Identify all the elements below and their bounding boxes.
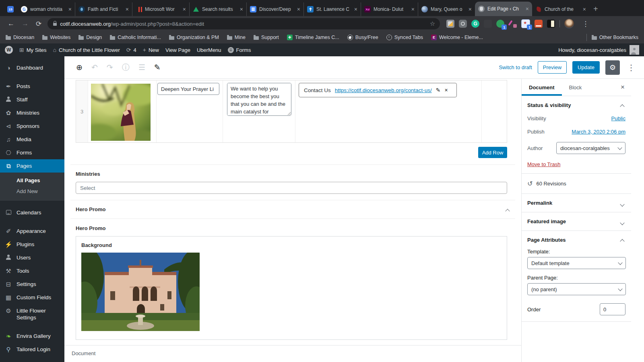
tab-st-lawrence[interactable]: St. Lawrence C × bbox=[303, 2, 361, 16]
bookmark-folder-organization-pm[interactable]: Organization & PM bbox=[169, 35, 219, 40]
sidebar-item-plugins[interactable]: ⚡Plugins bbox=[0, 238, 64, 251]
featured-image-panel[interactable]: Featured image bbox=[522, 212, 631, 231]
close-icon[interactable]: × bbox=[183, 6, 186, 12]
sidebar-item-envira-gallery[interactable]: ❧Envira Gallery bbox=[0, 329, 64, 343]
tab-church-of-the[interactable]: Church of the × bbox=[532, 2, 589, 16]
close-icon[interactable]: × bbox=[68, 6, 72, 12]
tab-microsoft-word[interactable]: Microsoft Wor × bbox=[132, 2, 189, 16]
collapse-chevron-icon[interactable] bbox=[506, 207, 509, 214]
close-icon[interactable]: × bbox=[469, 6, 472, 12]
tab-woman-christian[interactable]: woman christia × bbox=[18, 2, 75, 16]
grammarly-extension-icon[interactable] bbox=[471, 20, 479, 28]
parent-page-select[interactable]: (no parent) bbox=[527, 283, 626, 295]
remove-link-icon[interactable]: × bbox=[444, 87, 448, 93]
submenu-add-new[interactable]: Add New bbox=[0, 186, 64, 197]
block-inserter-icon[interactable]: ⊕ bbox=[72, 63, 87, 72]
switch-to-draft-link[interactable]: Switch to draft bbox=[499, 64, 532, 70]
orange-extension-icon[interactable] bbox=[535, 20, 543, 28]
chevron-up-icon[interactable] bbox=[621, 103, 624, 109]
chevron-up-icon[interactable] bbox=[621, 238, 624, 244]
author-select[interactable]: diocesan-coralgables bbox=[556, 142, 625, 154]
panel-title[interactable]: Page Attributes bbox=[527, 237, 625, 243]
bookmark-folder-design[interactable]: Design bbox=[78, 35, 102, 40]
close-icon[interactable]: × bbox=[297, 6, 300, 12]
new-tab-button[interactable]: + bbox=[589, 4, 604, 16]
sidebar-item-ministries[interactable]: ✿Ministries bbox=[0, 106, 64, 119]
howdy-account-menu[interactable]: Howdy, diocesan-coralgables bbox=[558, 47, 626, 53]
tab-block[interactable]: Block bbox=[562, 79, 589, 96]
other-bookmarks[interactable]: Other Bookmarks bbox=[592, 35, 638, 40]
sidebar-item-posts[interactable]: ✒Posts bbox=[0, 80, 64, 93]
title-input[interactable] bbox=[157, 83, 219, 95]
panel-title[interactable]: Status & visibility bbox=[527, 102, 625, 108]
settings-gear-button[interactable]: ⚙ bbox=[605, 60, 620, 75]
tab-faith-and-fiction[interactable]: Faith and Ficti × bbox=[75, 2, 132, 16]
sidebar-item-tailored-login[interactable]: ⚲Tailored Login bbox=[0, 343, 64, 356]
bookmark-folder-support[interactable]: Support bbox=[254, 35, 279, 40]
sidebar-item-users[interactable]: Users bbox=[0, 251, 64, 264]
browser-menu-kebab-icon[interactable]: ⋮ bbox=[578, 20, 592, 28]
bookmark-folder-mine[interactable]: Mine bbox=[227, 35, 246, 40]
bookmark-busy-free[interactable]: Busy/Free bbox=[347, 35, 378, 40]
redo-icon[interactable]: ↷ bbox=[102, 63, 118, 72]
church-building-image[interactable] bbox=[81, 253, 200, 331]
green-dot-extension-icon[interactable]: 1 bbox=[496, 20, 504, 28]
close-settings-icon[interactable]: × bbox=[614, 79, 631, 96]
list-view-icon[interactable]: ☰ bbox=[134, 63, 150, 72]
sidebar-item-settings[interactable]: ⊟Settings bbox=[0, 278, 64, 291]
publish-date-link[interactable]: March 3, 2020 2:06 pm bbox=[572, 129, 625, 135]
preview-button[interactable]: Preview bbox=[538, 61, 567, 74]
description-textarea[interactable]: We want to help you become the best you … bbox=[227, 83, 291, 116]
editor-options-kebab-icon[interactable]: ⋮ bbox=[625, 63, 637, 72]
new-content-menu[interactable]: +New bbox=[143, 47, 159, 53]
sidebar-item-custom-fields[interactable]: ▦Custom Fields bbox=[0, 291, 64, 304]
submenu-all-pages[interactable]: All Pages bbox=[0, 175, 64, 186]
template-select[interactable]: Default template bbox=[527, 257, 626, 269]
bookmark-synced-tabs[interactable]: Synced Tabs bbox=[386, 35, 423, 40]
wp-logo-menu[interactable]: W bbox=[5, 46, 13, 54]
sidebar-item-sponsors[interactable]: ⊲Sponsors bbox=[0, 119, 64, 133]
bookmark-folder-catholic-information[interactable]: Catholic Informati... bbox=[110, 35, 161, 40]
tab-mary-queen[interactable]: Mary, Queen o × bbox=[418, 2, 475, 16]
sidebar-item-tools[interactable]: ⚒Tools bbox=[0, 264, 64, 278]
sidebar-item-calendars[interactable]: Calendars bbox=[0, 206, 64, 219]
link-url[interactable]: https://cotlf.diocesanweb.org/contact-us… bbox=[335, 87, 432, 93]
forward-icon[interactable]: → bbox=[18, 20, 32, 28]
visibility-value-link[interactable]: Public bbox=[611, 115, 625, 121]
avatar[interactable] bbox=[630, 45, 639, 55]
pen-extension-icon[interactable] bbox=[509, 20, 517, 28]
panel-title[interactable]: Permalink bbox=[527, 200, 625, 206]
panel-title[interactable]: Featured image bbox=[527, 218, 625, 224]
bookmark-folder-websites[interactable]: Websites bbox=[42, 35, 70, 40]
image-downloader-extension-icon[interactable] bbox=[446, 20, 454, 28]
ubermenu-menu[interactable]: UberMenu bbox=[197, 47, 221, 53]
reload-icon[interactable]: ⟳ bbox=[32, 20, 45, 28]
bulb-extension-icon[interactable] bbox=[547, 20, 555, 28]
tab-search-results[interactable]: Search results × bbox=[189, 2, 246, 16]
update-button[interactable]: Update bbox=[572, 61, 600, 74]
chevron-down-icon[interactable] bbox=[621, 220, 624, 226]
back-icon[interactable]: ← bbox=[4, 20, 18, 28]
view-page-menu[interactable]: View Page bbox=[165, 47, 190, 53]
add-row-button[interactable]: Add Row bbox=[478, 147, 507, 158]
ministries-select[interactable]: Select bbox=[76, 182, 507, 194]
permalink-panel[interactable]: Permalink bbox=[522, 194, 631, 212]
address-bar[interactable]: cotlf.diocesanweb.org /wp-admin/post.php… bbox=[47, 18, 440, 29]
sidebar-item-staff[interactable]: Staff bbox=[0, 93, 64, 106]
close-icon[interactable]: × bbox=[126, 6, 129, 12]
close-icon[interactable]: × bbox=[411, 6, 415, 12]
site-name-menu[interactable]: ⌂Church of the Little Flower bbox=[53, 47, 120, 53]
tab-monica-duluth[interactable]: Monica- Dulut × bbox=[361, 2, 418, 16]
sidebar-item-appearance[interactable]: ✐Appearance bbox=[0, 224, 64, 238]
bookmark-star-icon[interactable]: ☆ bbox=[430, 20, 435, 27]
sidebar-item-little-flower-settings[interactable]: ⚙Little Flower Settings bbox=[0, 304, 64, 324]
bookmark-welcome-elementor[interactable]: Welcome - Eleme... bbox=[431, 35, 483, 40]
close-icon[interactable]: × bbox=[354, 6, 357, 12]
tab-edit-page-active[interactable]: Edit Page ‹ Ch × bbox=[475, 2, 532, 16]
pinned-tab-calendar[interactable]: 15 bbox=[3, 2, 18, 16]
undo-icon[interactable]: ↶ bbox=[87, 63, 102, 72]
close-icon[interactable]: × bbox=[526, 6, 529, 12]
my-sites-menu[interactable]: ⊞My Sites bbox=[19, 47, 47, 53]
screenshot-extension-icon[interactable] bbox=[459, 20, 467, 28]
close-icon[interactable]: × bbox=[583, 6, 586, 12]
